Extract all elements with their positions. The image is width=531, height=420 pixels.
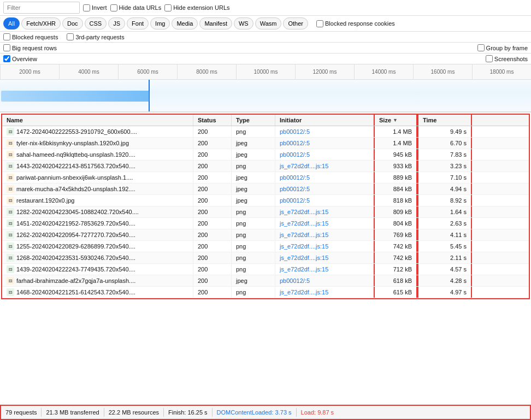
table-row[interactable]: 🖼 restaurant.1920x0.jpg 200 jpeg pb00012… bbox=[2, 195, 529, 206]
type-btn-img[interactable]: Img bbox=[150, 17, 170, 29]
table-row[interactable]: 🖼 1268-20240204223531-5930246.720x540...… bbox=[2, 252, 529, 264]
file-name: 1443-20240204222143-8517563.720x540.... bbox=[16, 163, 135, 169]
initiator-cell: js_e72d2df....js:15 bbox=[275, 218, 374, 229]
third-party-checkbox[interactable] bbox=[67, 33, 74, 40]
third-party-label[interactable]: 3rd-party requests bbox=[67, 33, 124, 40]
overview-label[interactable]: Overview bbox=[3, 55, 37, 62]
blocked-cookies-label[interactable]: Blocked response cookies bbox=[316, 20, 395, 27]
group-by-frame-checkbox[interactable] bbox=[477, 44, 485, 51]
blocked-requests-text: Blocked requests bbox=[12, 34, 58, 40]
table-row[interactable]: 🖼 1451-20240204221952-7853629.720x540...… bbox=[2, 218, 529, 229]
initiator-cell: pb00012/:5 bbox=[275, 275, 374, 286]
initiator-link[interactable]: pb00012/:5 bbox=[280, 151, 310, 158]
size-cell: 889 kB bbox=[374, 172, 417, 183]
initiator-link[interactable]: js_e72d2df....js:15 bbox=[280, 163, 328, 169]
table-row[interactable]: 🖼 marek-mucha-a74x5khds20-unsplash.192..… bbox=[2, 184, 529, 195]
big-request-rows-label[interactable]: Big request rows bbox=[3, 44, 57, 51]
table-row[interactable]: 🖼 1262-20240204220954-7277270.720x540...… bbox=[2, 229, 529, 241]
type-cell: jpeg bbox=[232, 275, 275, 286]
timeline-tick: 6000 ms bbox=[118, 64, 177, 79]
initiator-link[interactable]: pb00012/:5 bbox=[280, 140, 310, 146]
type-btn-media[interactable]: Media bbox=[172, 17, 198, 29]
time-cell: 1.64 s bbox=[417, 206, 472, 217]
status-cell: 200 bbox=[193, 138, 232, 149]
screenshots-checkbox[interactable] bbox=[486, 55, 493, 62]
hide-data-urls-label[interactable]: Hide data URLs bbox=[110, 4, 162, 11]
table-row[interactable]: 🖼 1472-20240402222553-2910792_600x600...… bbox=[2, 126, 529, 138]
initiator-link[interactable]: pb00012/:5 bbox=[280, 197, 310, 204]
table-row[interactable]: 🖼 1282-20240204223045-10882402.720x540..… bbox=[2, 206, 529, 218]
initiator-link[interactable]: pb00012/:5 bbox=[280, 174, 310, 181]
initiator-cell: pb00012/:5 bbox=[275, 138, 374, 149]
time-cell: 4.94 s bbox=[417, 184, 472, 194]
status-cell: 200 bbox=[193, 218, 232, 229]
table-row[interactable]: 🖼 1468-20240204221251-6142543.720x540...… bbox=[2, 287, 529, 298]
initiator-link[interactable]: pb00012/:5 bbox=[280, 128, 310, 135]
blocked-requests-checkbox[interactable] bbox=[3, 33, 10, 40]
hide-extension-urls-checkbox[interactable] bbox=[164, 4, 172, 11]
initiator-link[interactable]: js_e72d2df....js:15 bbox=[280, 232, 328, 238]
overview-checkbox[interactable] bbox=[3, 55, 10, 62]
type-btn-font[interactable]: Font bbox=[127, 17, 149, 29]
initiator-link[interactable]: pb00012/:5 bbox=[280, 277, 310, 284]
timeline-bar-area[interactable] bbox=[0, 80, 531, 113]
initiator-link[interactable]: js_e72d2df....js:15 bbox=[280, 255, 328, 261]
table-row[interactable]: 🖼 tyler-nix-k6bkisynkyy-unsplash.1920x0.… bbox=[2, 138, 529, 149]
initiator-cell: pb00012/:5 bbox=[275, 195, 374, 206]
table-body[interactable]: 🖼 1472-20240402222553-2910792_600x600...… bbox=[2, 126, 529, 298]
size-cell: 1.4 MB bbox=[374, 126, 417, 137]
type-btn-wasm[interactable]: Wasm bbox=[255, 17, 282, 29]
hide-data-urls-checkbox[interactable] bbox=[110, 4, 117, 11]
type-btn-doc[interactable]: Doc bbox=[62, 17, 83, 29]
timeline-tick: 18000 ms bbox=[472, 64, 531, 79]
type-btn-other[interactable]: Other bbox=[283, 17, 308, 29]
type-btn-manifest[interactable]: Manifest bbox=[199, 17, 232, 29]
initiator-link[interactable]: js_e72d2df....js:15 bbox=[280, 209, 328, 215]
group-by-frame-label[interactable]: Group by frame bbox=[477, 44, 528, 51]
blocked-cookies-checkbox[interactable] bbox=[316, 20, 323, 27]
type-btn-css[interactable]: CSS bbox=[85, 17, 107, 29]
name-cell: 🖼 1472-20240402222553-2910792_600x600...… bbox=[2, 126, 193, 137]
type-cell: png bbox=[232, 126, 275, 137]
invert-checkbox-label[interactable]: Invert bbox=[83, 4, 107, 11]
timeline-tick: 16000 ms bbox=[413, 64, 472, 79]
type-btn-ws[interactable]: WS bbox=[234, 17, 253, 29]
time-cell: 8.92 s bbox=[417, 195, 472, 206]
invert-checkbox[interactable] bbox=[83, 4, 90, 11]
table-row[interactable]: 🖼 1443-20240204222143-8517563.720x540...… bbox=[2, 161, 529, 172]
table-header: Name Status Type Initiator Size ▼ Time bbox=[2, 115, 529, 126]
initiator-link[interactable]: js_e72d2df....js:15 bbox=[280, 266, 328, 273]
table-row[interactable]: 🖼 sahal-hameed-nq9klqttebq-unsplash.1920… bbox=[2, 149, 529, 161]
initiator-link[interactable]: js_e72d2df....js:15 bbox=[280, 243, 328, 250]
table-row[interactable]: 🖼 1255-20240204220829-6286899.720x540...… bbox=[2, 241, 529, 252]
size-cell: 769 kB bbox=[374, 229, 417, 240]
initiator-link[interactable]: js_e72d2df....js:15 bbox=[280, 220, 328, 227]
hide-extension-urls-text: Hide extension URLs bbox=[173, 4, 229, 11]
table-row[interactable]: 🖼 farhad-ibrahimzade-af2x7gqja7a-unsplas… bbox=[2, 275, 529, 287]
size-cell: 742 kB bbox=[374, 241, 417, 252]
sort-icon: ▼ bbox=[393, 117, 398, 123]
timeline-tick: 2000 ms bbox=[0, 64, 59, 79]
file-name: 1268-20240204223531-5930246.720x540.... bbox=[16, 255, 135, 261]
initiator-link[interactable]: js_e72d2df....js:15 bbox=[280, 289, 328, 295]
hide-extension-urls-label[interactable]: Hide extension URLs bbox=[164, 4, 229, 11]
type-btn-js[interactable]: JS bbox=[108, 17, 125, 29]
type-cell: jpeg bbox=[232, 138, 275, 149]
blocked-requests-label[interactable]: Blocked requests bbox=[3, 33, 58, 40]
big-request-rows-checkbox[interactable] bbox=[3, 44, 10, 51]
type-btn-fetch_xhr[interactable]: Fetch/XHR bbox=[21, 17, 61, 29]
name-cell: 🖼 1282-20240204223045-10882402.720x540..… bbox=[2, 206, 193, 217]
type-btn-all[interactable]: All bbox=[3, 17, 20, 29]
file-icon: 🖼 bbox=[7, 277, 14, 285]
initiator-link[interactable]: pb00012/:5 bbox=[280, 186, 310, 192]
file-name: 1282-20240204223045-10882402.720x540.... bbox=[16, 209, 139, 215]
initiator-cell: js_e72d2df....js:15 bbox=[275, 241, 374, 252]
table-row[interactable]: 🖼 1439-20240204222243-7749435.720x540...… bbox=[2, 264, 529, 275]
screenshots-label[interactable]: Screenshots bbox=[486, 55, 528, 62]
time-cell: 7.10 s bbox=[417, 172, 472, 183]
table-row[interactable]: 🖼 pariwat-pannium-snbexxij6wk-unsplash.1… bbox=[2, 172, 529, 184]
status-cell: 200 bbox=[193, 126, 232, 137]
filter-input[interactable] bbox=[3, 2, 80, 14]
type-cell: jpeg bbox=[232, 149, 275, 160]
size-cell: 818 kB bbox=[374, 195, 417, 206]
